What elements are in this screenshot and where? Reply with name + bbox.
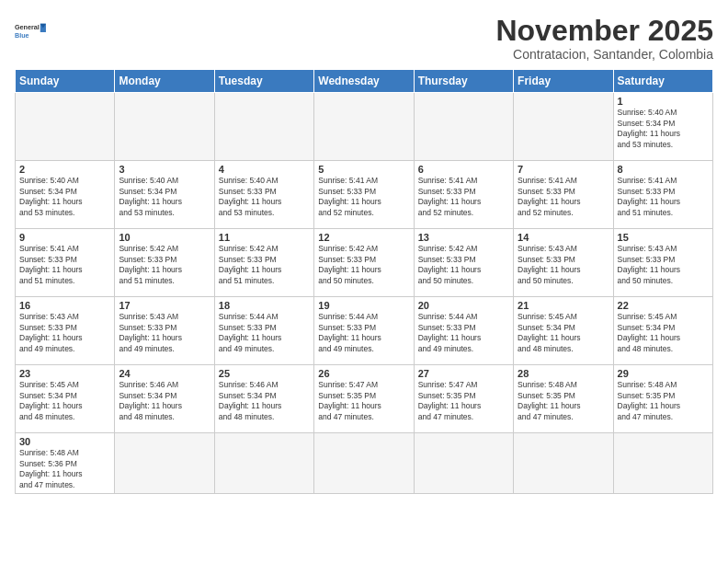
calendar-week-row: 9Sunrise: 5:41 AM Sunset: 5:33 PM Daylig… — [16, 229, 713, 297]
header: GeneralBlue November 2025 Contratacion, … — [15, 15, 713, 62]
calendar-cell — [613, 433, 712, 494]
day-number: 4 — [219, 164, 310, 175]
day-info: Sunrise: 5:44 AM Sunset: 5:33 PM Dayligh… — [418, 312, 509, 354]
day-info: Sunrise: 5:40 AM Sunset: 5:34 PM Dayligh… — [618, 108, 709, 150]
day-number: 22 — [618, 300, 709, 311]
day-info: Sunrise: 5:48 AM Sunset: 5:35 PM Dayligh… — [618, 380, 709, 422]
svg-text:Blue: Blue — [15, 31, 29, 40]
calendar-cell: 11Sunrise: 5:42 AM Sunset: 5:33 PM Dayli… — [214, 229, 313, 297]
day-number: 11 — [219, 232, 310, 243]
day-info: Sunrise: 5:41 AM Sunset: 5:33 PM Dayligh… — [318, 176, 409, 218]
calendar-cell: 1Sunrise: 5:40 AM Sunset: 5:34 PM Daylig… — [613, 93, 712, 161]
calendar-cell: 8Sunrise: 5:41 AM Sunset: 5:33 PM Daylig… — [613, 161, 712, 229]
day-number: 2 — [19, 164, 110, 175]
day-info: Sunrise: 5:44 AM Sunset: 5:33 PM Dayligh… — [318, 312, 409, 354]
day-info: Sunrise: 5:41 AM Sunset: 5:33 PM Dayligh… — [19, 244, 110, 286]
calendar-cell: 25Sunrise: 5:46 AM Sunset: 5:34 PM Dayli… — [214, 365, 313, 433]
day-info: Sunrise: 5:41 AM Sunset: 5:33 PM Dayligh… — [518, 176, 609, 218]
day-number: 27 — [418, 368, 509, 379]
calendar-cell: 20Sunrise: 5:44 AM Sunset: 5:33 PM Dayli… — [414, 297, 513, 365]
header-day-thursday: Thursday — [414, 70, 513, 93]
title-block: November 2025 Contratacion, Santander, C… — [495, 15, 713, 62]
calendar-cell: 12Sunrise: 5:42 AM Sunset: 5:33 PM Dayli… — [314, 229, 414, 297]
day-info: Sunrise: 5:45 AM Sunset: 5:34 PM Dayligh… — [618, 312, 709, 354]
calendar-cell: 13Sunrise: 5:42 AM Sunset: 5:33 PM Dayli… — [414, 229, 513, 297]
calendar-cell — [514, 433, 613, 494]
page: GeneralBlue November 2025 Contratacion, … — [0, 0, 728, 503]
calendar-cell — [314, 433, 414, 494]
day-number: 24 — [119, 368, 210, 379]
month-title: November 2025 — [495, 15, 713, 47]
day-info: Sunrise: 5:42 AM Sunset: 5:33 PM Dayligh… — [119, 244, 210, 286]
day-number: 14 — [518, 232, 609, 243]
calendar-week-row: 2Sunrise: 5:40 AM Sunset: 5:34 PM Daylig… — [16, 161, 713, 229]
day-number: 29 — [618, 368, 709, 379]
day-number: 13 — [418, 232, 509, 243]
calendar-header-row: SundayMondayTuesdayWednesdayThursdayFrid… — [16, 70, 713, 93]
header-day-sunday: Sunday — [16, 70, 115, 93]
day-number: 9 — [19, 232, 110, 243]
calendar-cell: 26Sunrise: 5:47 AM Sunset: 5:35 PM Dayli… — [314, 365, 414, 433]
calendar-cell: 3Sunrise: 5:40 AM Sunset: 5:34 PM Daylig… — [115, 161, 214, 229]
day-number: 25 — [219, 368, 310, 379]
calendar-cell: 5Sunrise: 5:41 AM Sunset: 5:33 PM Daylig… — [314, 161, 414, 229]
day-info: Sunrise: 5:41 AM Sunset: 5:33 PM Dayligh… — [418, 176, 509, 218]
logo-icon: GeneralBlue — [15, 15, 48, 48]
day-info: Sunrise: 5:44 AM Sunset: 5:33 PM Dayligh… — [219, 312, 310, 354]
day-info: Sunrise: 5:46 AM Sunset: 5:34 PM Dayligh… — [219, 380, 310, 422]
day-number: 26 — [318, 368, 409, 379]
calendar-cell: 29Sunrise: 5:48 AM Sunset: 5:35 PM Dayli… — [613, 365, 712, 433]
calendar-table: SundayMondayTuesdayWednesdayThursdayFrid… — [15, 69, 713, 494]
subtitle: Contratacion, Santander, Colombia — [495, 47, 713, 62]
day-info: Sunrise: 5:40 AM Sunset: 5:33 PM Dayligh… — [219, 176, 310, 218]
day-info: Sunrise: 5:43 AM Sunset: 5:33 PM Dayligh… — [19, 312, 110, 354]
day-info: Sunrise: 5:40 AM Sunset: 5:34 PM Dayligh… — [19, 176, 110, 218]
calendar-cell — [115, 433, 214, 494]
calendar-cell: 14Sunrise: 5:43 AM Sunset: 5:33 PM Dayli… — [514, 229, 613, 297]
calendar-week-row: 1Sunrise: 5:40 AM Sunset: 5:34 PM Daylig… — [16, 93, 713, 161]
day-number: 15 — [618, 232, 709, 243]
calendar-cell — [514, 93, 613, 161]
calendar-cell — [214, 433, 313, 494]
calendar-cell — [314, 93, 414, 161]
calendar-cell — [414, 93, 513, 161]
calendar-week-row: 16Sunrise: 5:43 AM Sunset: 5:33 PM Dayli… — [16, 297, 713, 365]
day-info: Sunrise: 5:42 AM Sunset: 5:33 PM Dayligh… — [219, 244, 310, 286]
calendar-cell: 15Sunrise: 5:43 AM Sunset: 5:33 PM Dayli… — [613, 229, 712, 297]
day-info: Sunrise: 5:45 AM Sunset: 5:34 PM Dayligh… — [19, 380, 110, 422]
day-number: 3 — [119, 164, 210, 175]
calendar-cell: 18Sunrise: 5:44 AM Sunset: 5:33 PM Dayli… — [214, 297, 313, 365]
day-info: Sunrise: 5:47 AM Sunset: 5:35 PM Dayligh… — [418, 380, 509, 422]
day-number: 21 — [518, 300, 609, 311]
calendar-cell: 2Sunrise: 5:40 AM Sunset: 5:34 PM Daylig… — [16, 161, 115, 229]
day-info: Sunrise: 5:43 AM Sunset: 5:33 PM Dayligh… — [518, 244, 609, 286]
day-number: 8 — [618, 164, 709, 175]
logo: GeneralBlue — [15, 15, 48, 48]
day-info: Sunrise: 5:42 AM Sunset: 5:33 PM Dayligh… — [318, 244, 409, 286]
day-info: Sunrise: 5:43 AM Sunset: 5:33 PM Dayligh… — [618, 244, 709, 286]
calendar-cell: 27Sunrise: 5:47 AM Sunset: 5:35 PM Dayli… — [414, 365, 513, 433]
day-info: Sunrise: 5:48 AM Sunset: 5:36 PM Dayligh… — [19, 448, 110, 490]
calendar-cell: 22Sunrise: 5:45 AM Sunset: 5:34 PM Dayli… — [613, 297, 712, 365]
header-day-tuesday: Tuesday — [214, 70, 313, 93]
day-number: 28 — [518, 368, 609, 379]
day-info: Sunrise: 5:45 AM Sunset: 5:34 PM Dayligh… — [518, 312, 609, 354]
day-info: Sunrise: 5:40 AM Sunset: 5:34 PM Dayligh… — [119, 176, 210, 218]
calendar-cell: 16Sunrise: 5:43 AM Sunset: 5:33 PM Dayli… — [16, 297, 115, 365]
calendar-cell — [16, 93, 115, 161]
calendar-cell: 28Sunrise: 5:48 AM Sunset: 5:35 PM Dayli… — [514, 365, 613, 433]
day-info: Sunrise: 5:48 AM Sunset: 5:35 PM Dayligh… — [518, 380, 609, 422]
calendar-week-row: 23Sunrise: 5:45 AM Sunset: 5:34 PM Dayli… — [16, 365, 713, 433]
calendar-cell: 21Sunrise: 5:45 AM Sunset: 5:34 PM Dayli… — [514, 297, 613, 365]
day-info: Sunrise: 5:46 AM Sunset: 5:34 PM Dayligh… — [119, 380, 210, 422]
day-number: 7 — [518, 164, 609, 175]
calendar-cell: 7Sunrise: 5:41 AM Sunset: 5:33 PM Daylig… — [514, 161, 613, 229]
calendar-cell: 9Sunrise: 5:41 AM Sunset: 5:33 PM Daylig… — [16, 229, 115, 297]
day-number: 20 — [418, 300, 509, 311]
header-day-friday: Friday — [514, 70, 613, 93]
calendar-cell — [414, 433, 513, 494]
day-number: 12 — [318, 232, 409, 243]
header-day-wednesday: Wednesday — [314, 70, 414, 93]
calendar-cell — [214, 93, 313, 161]
day-number: 5 — [318, 164, 409, 175]
